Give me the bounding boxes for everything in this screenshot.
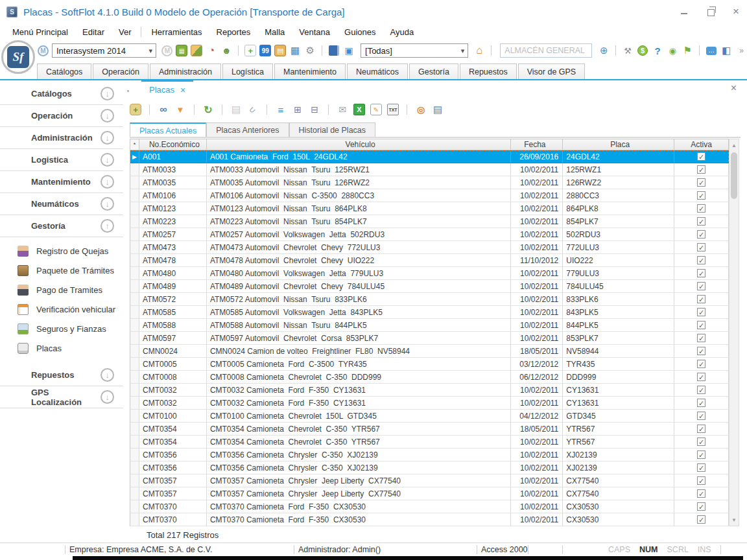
activa-checkbox[interactable]: ✓ [697, 425, 706, 433]
table-row[interactable]: CMT0357CMT0357 Camioneta Chrysler Jeep L… [130, 474, 729, 487]
binoculars-search-icon[interactable]: ∞ [158, 104, 169, 115]
close-button[interactable]: × [731, 7, 741, 16]
table-row[interactable]: ATM0473ATM0473 Automovil Chevrolet Chevy… [130, 241, 729, 254]
feedback-icon[interactable]: … [706, 47, 717, 55]
sidebar-item-pago-de-tramites[interactable]: Pago de Tramites [0, 280, 123, 299]
activa-checkbox[interactable]: ✓ [697, 334, 706, 342]
activa-checkbox[interactable]: ✓ [697, 217, 706, 226]
sidebar-section-neumaticos[interactable]: Neumáticos↓ [0, 193, 123, 215]
filter-funnel-icon[interactable]: ▼ [174, 104, 186, 115]
activa-checkbox[interactable]: ✓ [697, 373, 706, 381]
table-row[interactable]: ATM0480ATM0480 Automovil Volkswagen Jett… [130, 267, 729, 280]
module-tab-administracion[interactable]: Administración [150, 64, 221, 79]
overflow-chevron-icon[interactable]: » [735, 45, 747, 56]
bug-icon[interactable]: ◉ [667, 45, 678, 56]
menu-item-editar[interactable]: Editar [75, 25, 112, 39]
activa-checkbox[interactable]: ✓ [697, 412, 706, 420]
filter-combobox[interactable]: [Todas] ▾ [361, 43, 468, 58]
table-row[interactable]: CMT0356CMT0356 Camioneta Chrysler C-350 … [130, 449, 729, 461]
table-row[interactable]: CMT0357CMT0357 Camioneta Chrysler Jeep L… [130, 487, 729, 500]
cascade-windows-icon[interactable]: ▣ [343, 45, 355, 56]
activa-checkbox[interactable]: ✓ [697, 295, 706, 303]
txt-export-icon[interactable]: TXT [387, 104, 399, 115]
archive-icon[interactable]: ▦ [176, 45, 187, 56]
activa-checkbox[interactable]: ✓ [697, 256, 706, 264]
subtab-placas-actuales[interactable]: Placas Actuales [130, 122, 206, 137]
activa-checkbox[interactable]: ✓ [697, 450, 706, 459]
tree-list-icon[interactable]: ≡ [275, 104, 287, 115]
table-row[interactable]: CMN0024CMN0024 Camion de volteo Freightl… [130, 345, 729, 358]
scroll-down-icon[interactable]: ▼ [729, 515, 739, 525]
subtab-historial-de-placas[interactable]: Historial de Placas [289, 122, 376, 137]
home-icon[interactable]: ⌂ [473, 45, 485, 56]
table-row[interactable]: ATM0123ATM0123 Automovil Nissan Tsuru 86… [130, 202, 729, 215]
table-row[interactable]: CMT0370CMT0370 Camioneta Ford F-350 CX30… [130, 500, 729, 513]
scrollbar-thumb[interactable] [731, 152, 737, 199]
table-row[interactable]: ATM0588ATM0588 Automovil Nissan Tsuru 84… [130, 319, 729, 332]
menu-item-malla[interactable]: Malla [257, 25, 292, 39]
minimize-button[interactable] [680, 7, 689, 16]
paste-icon[interactable]: ▤ [230, 104, 242, 115]
sidebar-section-gestoria[interactable]: Gestoría↑ [0, 215, 123, 237]
activa-checkbox[interactable]: ✓ [697, 399, 706, 407]
globe-icon[interactable]: ⊕ [598, 45, 610, 56]
table-row[interactable]: CMT0356CMT0356 Camioneta Chrysler C-350 … [130, 461, 729, 474]
module-tab-mantenimiento[interactable]: Mantenimiento [274, 64, 346, 79]
attachment-icon[interactable]: ∪ [244, 101, 261, 117]
sidebar-item-paquete-de-tramites[interactable]: Paquete de Trámites [0, 261, 123, 280]
sidebar-section-logistica[interactable]: Logistica↓ [0, 149, 123, 171]
activa-checkbox[interactable]: ✓ [697, 386, 706, 394]
module-tab-gestoria[interactable]: Gestoría [409, 64, 458, 79]
grid-header-fecha[interactable]: Fecha [511, 139, 563, 150]
currency-icon[interactable]: $ [637, 45, 648, 56]
activa-checkbox[interactable]: ✓ [697, 269, 706, 277]
table-row[interactable]: ATM0223ATM0223 Automovil Nissan Tsuru 85… [130, 215, 729, 228]
menu-item-ver[interactable]: Ver [112, 25, 139, 39]
add-record-icon[interactable]: + [130, 104, 141, 115]
menu-item-ventana[interactable]: Ventana [292, 25, 337, 39]
table-row[interactable]: ATM0478ATM0478 Automovil Chevrolet Chevy… [130, 254, 729, 267]
table-row[interactable]: ATM0585ATM0585 Automovil Volkswagen Jett… [130, 306, 729, 319]
sidebar-section-gps-localizacion[interactable]: GPS Localización↓ [0, 386, 123, 408]
module-disabled-icon[interactable]: M [161, 45, 172, 56]
table-row[interactable]: CMT0370CMT0370 Camioneta Ford F-350 CX30… [130, 513, 729, 526]
module-tab-operacion[interactable]: Operación [93, 64, 148, 79]
module-tab-catalogos[interactable]: Catálogos [37, 64, 91, 79]
flag-icon[interactable]: ⚑ [682, 45, 693, 56]
activa-checkbox[interactable]: ✓ [697, 438, 706, 446]
print-preview-icon[interactable]: ◎ [415, 104, 427, 115]
sidebar-section-administracion[interactable]: Administración↓ [0, 127, 123, 149]
activa-checkbox[interactable]: ✓ [697, 321, 706, 329]
sidebar-item-registro-de-quejas[interactable]: Registro de Quejas [0, 241, 123, 261]
menu-item-ayuda[interactable]: Ayuda [383, 25, 421, 39]
activa-checkbox[interactable]: ✓ [697, 230, 706, 239]
note-export-icon[interactable]: ✎ [370, 104, 382, 115]
table-row[interactable]: ▶A001A001 Camioneta Ford 150L 24GDL4226/… [130, 150, 729, 163]
sidebar-section-catalogos[interactable]: Catálogos↓ [0, 83, 123, 105]
activa-checkbox[interactable]: ✓ [697, 282, 706, 290]
book-icon[interactable] [329, 45, 339, 56]
table-icon[interactable]: ▦ [289, 45, 301, 56]
activa-checkbox[interactable]: ✓ [697, 463, 706, 472]
tree-add-icon[interactable]: ⊞ [292, 104, 303, 115]
activa-checkbox[interactable]: ✓ [697, 152, 706, 161]
activa-checkbox[interactable]: ✓ [697, 178, 706, 187]
email-icon[interactable]: ✉ [337, 104, 348, 115]
tree-remove-icon[interactable]: ⊟ [309, 104, 320, 115]
refresh-icon[interactable]: ↻ [202, 104, 214, 115]
activa-checkbox[interactable]: ✓ [697, 489, 706, 498]
document-tab-placas[interactable]: Placas × [141, 80, 193, 98]
activa-checkbox[interactable]: ✓ [697, 347, 706, 355]
tools-icon[interactable]: ⚒ [622, 45, 634, 56]
table-row[interactable]: CMT0005CMT0005 Camioneta Ford C-3500 TYR… [130, 358, 729, 371]
module-tab-logistica[interactable]: Logística [222, 64, 273, 79]
sidebar-item-verificacion-vehicular[interactable]: Verificación vehicular [0, 299, 123, 319]
print-icon[interactable]: ▤ [432, 104, 444, 115]
help-icon[interactable]: ? [652, 45, 663, 56]
grid-header-activa[interactable]: Activa [674, 139, 729, 150]
vertical-scrollbar[interactable]: ▲ ▼ [729, 139, 739, 526]
table-row[interactable]: CMT0032CMT0032 Camioneta Ford F-350 CY13… [130, 384, 729, 397]
table-row[interactable]: ATM0106ATM0106 Automovil Nissan C-3500 2… [130, 189, 729, 202]
table-row[interactable]: CMT0008CMT0008 Camioneta Chevrolet C-350… [130, 371, 729, 384]
exit-icon[interactable]: ◧ [720, 45, 732, 56]
